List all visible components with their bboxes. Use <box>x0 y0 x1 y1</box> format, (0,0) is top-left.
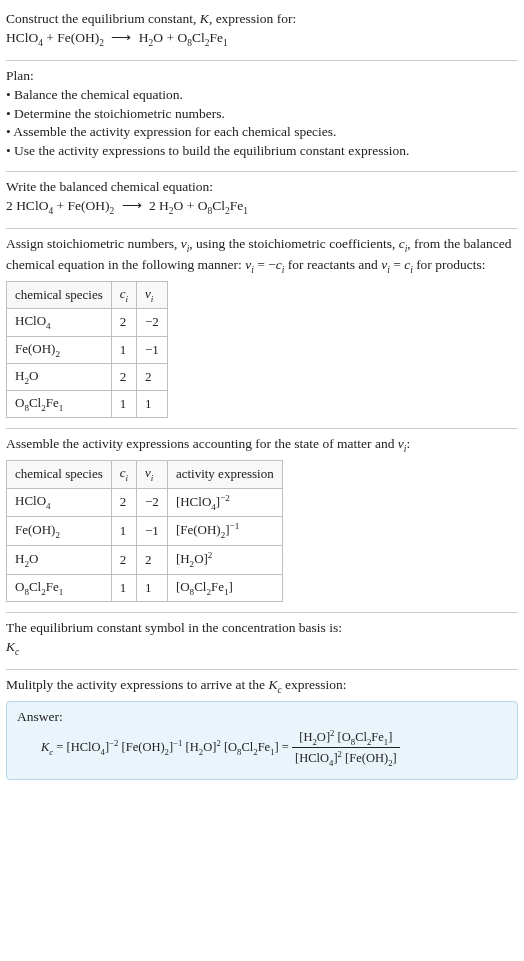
cell: 1 <box>111 391 136 418</box>
table-row: Fe(OH)2 1 −1 <box>7 336 168 363</box>
species: H <box>139 30 149 45</box>
sub: 2 <box>55 348 60 358</box>
plus: + <box>53 198 67 213</box>
expr: [Fe(OH) <box>342 752 388 766</box>
col-ci: ci <box>111 461 136 488</box>
plan-item: • Balance the chemical equation. <box>6 86 518 105</box>
expr: [HClO <box>67 740 101 754</box>
sub: 2 <box>55 530 60 540</box>
sub: i <box>151 473 154 483</box>
balanced-equation: 2 HClO4 + Fe(OH)2 ⟶ 2 H2O + O8Cl2Fe1 <box>6 197 518 218</box>
species: HClO <box>6 30 38 45</box>
kc-symbol: Kc <box>6 638 518 659</box>
cell: −2 <box>137 488 168 517</box>
cell: 1 <box>111 336 136 363</box>
species: Fe(OH) <box>67 198 109 213</box>
species: HClO <box>15 313 46 328</box>
var-K: K <box>6 639 15 654</box>
expr: [O <box>221 740 237 754</box>
cell: O8Cl2Fe1 <box>7 574 112 601</box>
expr: [HClO <box>295 752 329 766</box>
cell: 1 <box>137 574 168 601</box>
text: Mulitply the activity expressions to arr… <box>6 677 268 692</box>
expr: ] <box>229 579 233 594</box>
intro-line1: Construct the equilibrium constant, K, e… <box>6 10 518 29</box>
activity-table: chemical species ci νi activity expressi… <box>6 460 283 602</box>
species: Fe <box>209 30 223 45</box>
text: for products: <box>413 257 486 272</box>
species: HClO <box>15 493 46 508</box>
final-heading: Mulitply the activity expressions to arr… <box>6 676 518 697</box>
expr: O] <box>317 730 330 744</box>
plus: + <box>183 198 197 213</box>
sub: 2 <box>109 206 114 216</box>
text: = <box>282 740 292 754</box>
table-row: O8Cl2Fe1 1 1 [O8Cl2Fe1] <box>7 574 283 601</box>
expr: [H <box>176 551 190 566</box>
sub: 4 <box>46 501 51 511</box>
table-row: H2O 2 2 <box>7 363 168 390</box>
cell: −1 <box>137 517 168 546</box>
cell: [O8Cl2Fe1] <box>167 574 282 601</box>
coef: 2 <box>6 198 16 213</box>
text: , using the stoichiometric coefficients, <box>189 236 398 251</box>
answer-box: Answer: Kc = [HClO4]−2 [Fe(OH)2]−1 [H2O]… <box>6 701 518 781</box>
section-intro: Construct the equilibrium constant, K, e… <box>6 4 518 61</box>
col-nui: νi <box>137 461 168 488</box>
expr: [H <box>299 730 312 744</box>
expr: [Fe(OH) <box>118 740 164 754</box>
sub: i <box>151 294 154 304</box>
sub: i <box>126 473 129 483</box>
species: Cl <box>192 30 205 45</box>
sub: 1 <box>223 38 228 48</box>
text: for reactants and <box>284 257 381 272</box>
expr: [H <box>182 740 198 754</box>
col-ci: ci <box>111 281 136 308</box>
stoich-table: chemical species ci νi HClO4 2 −2 Fe(OH)… <box>6 281 168 419</box>
expr: Fe <box>371 730 384 744</box>
expr: Cl <box>355 730 367 744</box>
table-row: HClO4 2 −2 <box>7 309 168 336</box>
sub: 1 <box>59 403 64 413</box>
plan-item: • Use the activity expressions to build … <box>6 142 518 161</box>
section-plan: Plan: • Balance the chemical equation. •… <box>6 61 518 172</box>
cell: 2 <box>137 546 168 575</box>
sub: 1 <box>59 586 64 596</box>
text: = <box>390 257 404 272</box>
sub: 4 <box>46 321 51 331</box>
cell: Fe(OH)2 <box>7 336 112 363</box>
sub: c <box>15 647 19 657</box>
species: O <box>153 30 163 45</box>
expr: Fe <box>258 740 271 754</box>
var-K: K <box>200 11 209 26</box>
table-row: HClO4 2 −2 [HClO4]−2 <box>7 488 283 517</box>
col-species: chemical species <box>7 281 112 308</box>
activity-heading: Assemble the activity expressions accoun… <box>6 435 518 456</box>
expr: ] <box>393 752 397 766</box>
section-kc-symbol: The equilibrium constant symbol in the c… <box>6 613 518 670</box>
cell: −2 <box>137 309 168 336</box>
text: = − <box>254 257 276 272</box>
species: Fe <box>46 579 59 594</box>
species: Fe(OH) <box>15 522 55 537</box>
plus: + <box>43 30 57 45</box>
section-stoich: Assign stoichiometric numbers, νi, using… <box>6 229 518 429</box>
text: , expression for: <box>209 11 296 26</box>
table-row: Fe(OH)2 1 −1 [Fe(OH)2]−1 <box>7 517 283 546</box>
col-expr: activity expression <box>167 461 282 488</box>
text: : <box>406 436 410 451</box>
cell: 2 <box>111 488 136 517</box>
sub: 2 <box>99 38 104 48</box>
species: O <box>174 198 184 213</box>
balanced-heading: Write the balanced chemical equation: <box>6 178 518 197</box>
sub: i <box>126 294 129 304</box>
section-balanced: Write the balanced chemical equation: 2 … <box>6 172 518 229</box>
cell: H2O <box>7 546 112 575</box>
cell: [H2O]2 <box>167 546 282 575</box>
col-nui: νi <box>137 281 168 308</box>
sup: −1 <box>230 521 240 531</box>
species: O <box>177 30 187 45</box>
sup: −2 <box>220 493 230 503</box>
cell: Fe(OH)2 <box>7 517 112 546</box>
expr: O] <box>203 740 216 754</box>
